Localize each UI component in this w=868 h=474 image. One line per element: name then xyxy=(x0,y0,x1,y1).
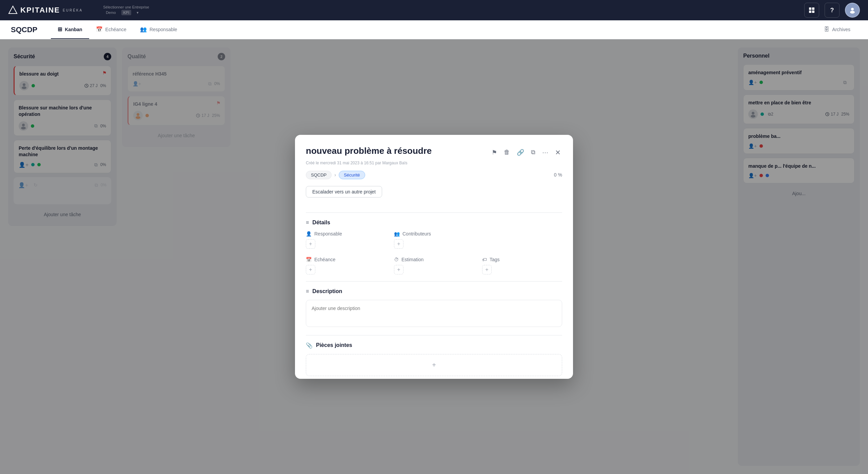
svg-marker-0 xyxy=(9,6,17,14)
add-contributeur-button[interactable]: + xyxy=(394,239,403,249)
secondary-navigation: SQCDP ⊞ Kanban 📅 Echéance 👥 Responsable … xyxy=(0,20,868,39)
grid-button[interactable] xyxy=(804,3,819,18)
echeance-tab-icon: 📅 xyxy=(96,26,103,33)
app-logo: KPITAINE EURÉKA xyxy=(8,5,83,15)
tab-kanban[interactable]: ⊞ Kanban xyxy=(51,20,89,39)
tab-responsable[interactable]: 👥 Responsable xyxy=(133,20,184,39)
person-icon: 👤 xyxy=(306,231,312,236)
add-tag-button[interactable]: + xyxy=(482,265,492,274)
calendar-icon: 📅 xyxy=(306,257,312,262)
trash-button[interactable]: 🗑 xyxy=(502,147,511,157)
help-button[interactable]: ? xyxy=(825,3,840,18)
escalade-button[interactable]: Escalader vers un autre projet xyxy=(306,186,382,198)
close-button[interactable]: ✕ xyxy=(554,147,562,158)
more-icon: ⋯ xyxy=(542,149,548,156)
group-icon: 👥 xyxy=(394,231,400,236)
responsable-label: Responsable xyxy=(314,231,342,236)
svg-point-5 xyxy=(851,8,854,11)
enterprise-value-row[interactable]: Demo KPI ▾ xyxy=(103,10,149,15)
add-responsable-button[interactable]: + xyxy=(306,239,315,249)
tab-archives[interactable]: 🗄 Archives xyxy=(817,20,857,39)
estimation-label-row: ⏱ Estimation xyxy=(394,257,474,262)
detail-contributeurs: 👥 Contributeurs + xyxy=(394,231,474,249)
echeance-label-row: 📅 Echéance xyxy=(306,257,386,262)
responsable-tab-label: Responsable xyxy=(150,27,177,32)
details-section-title: ≡ Détails xyxy=(306,220,562,226)
task-modal: nouveau problème à résoudre ⚑ 🗑 🔗 ⧉ xyxy=(295,135,573,379)
modal-title[interactable]: nouveau problème à résoudre xyxy=(306,146,485,156)
tags-label-row: 🏷 Tags xyxy=(482,257,562,262)
kanban-tab-icon: ⊞ xyxy=(58,26,62,33)
enterprise-selector[interactable]: Sélectionner une Entreprise Demo KPI ▾ xyxy=(103,5,149,15)
add-estimation-button[interactable]: + xyxy=(394,265,403,274)
svg-point-6 xyxy=(850,11,855,14)
enterprise-name: Demo xyxy=(106,11,116,15)
close-icon: ✕ xyxy=(555,149,561,156)
svg-rect-3 xyxy=(809,11,811,13)
modal-meta: Créé le mercredi 31 mai 2023 à 16:51 par… xyxy=(306,161,562,165)
svg-rect-4 xyxy=(812,11,814,13)
logo-text: KPITAINE xyxy=(20,6,60,15)
progress-area: 0 % xyxy=(554,172,562,178)
detail-echeance: 📅 Echéance + xyxy=(306,257,386,274)
details-grid: 👤 Responsable + 👥 Contributeurs + xyxy=(306,231,562,274)
clock-label-icon: ⏱ xyxy=(394,257,399,262)
pieces-jointes-label: Pièces jointes xyxy=(316,342,352,348)
divider-pieces xyxy=(306,335,562,335)
modal-actions: ⚑ 🗑 🔗 ⧉ ⋯ ✕ xyxy=(490,147,562,158)
duplicate-button[interactable]: ⧉ xyxy=(530,147,537,157)
add-echeance-button[interactable]: + xyxy=(306,265,315,274)
avatar-icon xyxy=(849,6,856,14)
more-button[interactable]: ⋯ xyxy=(541,147,550,158)
link-icon: 🔗 xyxy=(517,149,524,156)
divider-details xyxy=(306,212,562,213)
add-attachment-button[interactable]: + xyxy=(306,354,562,376)
archives-tab-icon: 🗄 xyxy=(824,26,829,33)
kanban-tab-label: Kanban xyxy=(65,27,82,32)
contributeurs-label-row: 👥 Contributeurs xyxy=(394,231,474,236)
tag-icon: 🏷 xyxy=(482,257,487,262)
details-icon: ≡ xyxy=(306,220,309,226)
page-title: SQCDP xyxy=(11,25,37,34)
description-title: Description xyxy=(312,288,342,294)
flag-button[interactable]: ⚑ xyxy=(490,147,498,158)
breadcrumb-project[interactable]: SQCDP xyxy=(306,171,332,179)
echeance-label: Echéance xyxy=(314,257,335,262)
link-button[interactable]: 🔗 xyxy=(515,147,526,158)
chevron-down-icon: ▾ xyxy=(137,11,139,15)
breadcrumb-row: SQCDP › Sécurité 0 % xyxy=(306,171,562,179)
logo-sub-text: EURÉKA xyxy=(63,8,83,12)
modal-header: nouveau problème à résoudre ⚑ 🗑 🔗 ⧉ xyxy=(306,146,562,158)
detail-empty-r1 xyxy=(482,231,562,249)
attachments-section: 📎 Pièces jointes + xyxy=(306,342,562,376)
progress-unit: % xyxy=(558,172,562,178)
description-icon: ≡ xyxy=(306,288,309,294)
svg-rect-1 xyxy=(809,7,811,10)
detail-responsable: 👤 Responsable + xyxy=(306,231,386,249)
duplicate-icon: ⧉ xyxy=(531,149,535,156)
help-icon: ? xyxy=(830,7,834,14)
detail-estimation: ⏱ Estimation + xyxy=(394,257,474,274)
kpi-badge: KPI xyxy=(121,10,132,15)
echeance-tab-label: Echéance xyxy=(105,27,126,32)
grid-icon xyxy=(808,7,815,14)
description-input[interactable] xyxy=(306,300,562,327)
responsable-label-row: 👤 Responsable xyxy=(306,231,386,236)
responsable-tab-icon: 👥 xyxy=(140,26,147,33)
description-section-title: ≡ Description xyxy=(306,288,562,294)
archives-tab-label: Archives xyxy=(832,27,850,32)
breadcrumb-separator: › xyxy=(334,172,336,178)
main-content: Sécurité 4 ⚑ blessure au doigt 27 J 0% xyxy=(0,39,868,474)
svg-rect-2 xyxy=(812,7,814,10)
detail-tags: 🏷 Tags + xyxy=(482,257,562,274)
tab-echeance[interactable]: 📅 Echéance xyxy=(89,20,133,39)
breadcrumb-items: SQCDP › Sécurité xyxy=(306,171,365,179)
trash-icon: 🗑 xyxy=(504,149,510,156)
breadcrumb-category[interactable]: Sécurité xyxy=(339,171,365,179)
estimation-label: Estimation xyxy=(401,257,423,262)
nav-tabs: ⊞ Kanban 📅 Echéance 👥 Responsable 🗄 Arch… xyxy=(51,20,857,39)
user-avatar[interactable] xyxy=(845,3,860,18)
paperclip-icon: 📎 xyxy=(306,342,313,349)
modal-overlay[interactable]: nouveau problème à résoudre ⚑ 🗑 🔗 ⧉ xyxy=(0,39,868,474)
nav-right-actions: ? xyxy=(804,3,860,18)
